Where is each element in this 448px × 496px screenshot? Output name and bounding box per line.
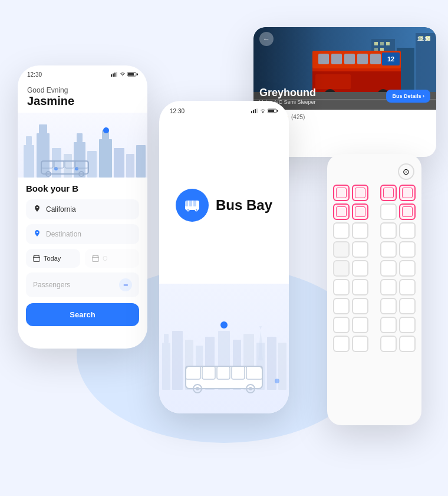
seat-row-6 — [333, 279, 416, 295]
seat-header: ⊙ — [327, 154, 421, 185]
seat-4d[interactable] — [399, 241, 416, 258]
seat-7c[interactable] — [380, 298, 397, 314]
svg-rect-19 — [126, 154, 134, 178]
seat-6a[interactable] — [333, 279, 350, 295]
svg-rect-31 — [34, 255, 40, 261]
bus-logo-icon — [183, 196, 202, 215]
seat-1a[interactable] — [333, 185, 350, 201]
to-placeholder: Destination — [46, 230, 81, 238]
svg-point-22 — [54, 167, 58, 170]
svg-rect-0 — [111, 74, 112, 77]
status-bar-top-right: 12:30 — [417, 36, 430, 42]
status-bar-center: 12:30 — [159, 101, 289, 117]
seat-4c[interactable] — [380, 241, 397, 258]
svg-rect-56 — [164, 334, 169, 343]
calendar-return-icon — [92, 255, 99, 262]
bus-details-button[interactable]: Bus Details › — [386, 90, 430, 103]
svg-rect-49 — [189, 201, 192, 206]
seat-6d[interactable] — [399, 279, 416, 295]
seat-8d[interactable] — [399, 317, 416, 333]
back-button[interactable]: ← — [259, 32, 274, 46]
seat-2d[interactable] — [399, 203, 416, 220]
svg-rect-40 — [253, 110, 254, 114]
seat-7a[interactable] — [333, 298, 350, 314]
svg-rect-20 — [136, 145, 146, 178]
seat-1c[interactable] — [380, 185, 397, 201]
battery-icon-center — [268, 109, 278, 113]
signal-icon — [111, 72, 118, 77]
city-illustration — [18, 113, 147, 178]
svg-rect-42 — [256, 109, 258, 113]
app-name: Bus Bay — [216, 197, 272, 213]
seat-1d[interactable] — [399, 185, 416, 201]
seat-3a[interactable] — [333, 222, 350, 239]
svg-rect-14 — [77, 133, 83, 142]
location-from-icon — [33, 205, 41, 213]
seat-1b[interactable] — [352, 185, 368, 201]
status-icons-center — [251, 108, 278, 114]
svg-rect-35 — [93, 255, 99, 261]
splash-content: Bus Bay — [159, 117, 289, 294]
svg-rect-100 — [370, 54, 381, 64]
seat-2b[interactable] — [352, 203, 368, 220]
seat-6c[interactable] — [380, 279, 397, 295]
seat-4b[interactable] — [352, 241, 368, 258]
signal-icon-center — [251, 109, 258, 113]
decrease-passengers-button[interactable]: − — [119, 278, 132, 291]
seat-4a[interactable] — [333, 241, 350, 258]
seat-9b[interactable] — [352, 336, 368, 352]
splash-illustration — [159, 284, 289, 413]
seat-9d[interactable] — [399, 336, 416, 352]
seat-3c[interactable] — [380, 222, 397, 239]
seat-2a[interactable] — [333, 203, 350, 220]
phone-booking: 12:30 Good E — [18, 65, 147, 349]
user-name: Jasmine — [18, 94, 147, 113]
logo-circle — [176, 189, 209, 222]
seat-3b[interactable] — [352, 222, 368, 239]
bus-bay-logo: Bus Bay — [176, 189, 272, 222]
wifi-icon-center — [260, 109, 266, 113]
seat-5a[interactable] — [333, 260, 350, 277]
svg-point-54 — [196, 209, 197, 211]
svg-rect-3 — [116, 72, 117, 77]
bus-name: Greyhound — [259, 87, 316, 99]
seat-5d[interactable] — [399, 260, 416, 277]
date-field[interactable]: Today — [26, 249, 80, 268]
svg-rect-39 — [251, 111, 252, 113]
seat-row-9 — [333, 336, 416, 352]
svg-rect-48 — [185, 201, 188, 206]
seat-7b[interactable] — [352, 298, 368, 314]
seat-8b[interactable] — [352, 317, 368, 333]
bus-image-section: 12 — [253, 27, 436, 110]
seat-row-7 — [333, 298, 416, 314]
seat-row-8 — [333, 317, 416, 333]
from-field[interactable]: California — [26, 199, 139, 219]
search-button[interactable]: Search — [26, 303, 139, 326]
seat-5c[interactable] — [380, 260, 397, 277]
seat-row-5 — [333, 260, 416, 277]
svg-point-81 — [196, 387, 199, 390]
svg-rect-2 — [114, 73, 116, 77]
book-title: Book your B — [26, 183, 139, 193]
return-field[interactable]: O — [85, 249, 139, 268]
main-scene: 12:30 Good E — [12, 18, 436, 478]
seat-8a[interactable] — [333, 317, 350, 333]
phone-splash: 12:30 — [159, 101, 289, 413]
seat-6b[interactable] — [352, 279, 368, 295]
to-field[interactable]: Destination — [26, 224, 139, 244]
svg-point-43 — [262, 112, 263, 113]
status-bar-left: 12:30 — [18, 65, 147, 80]
seat-9a[interactable] — [333, 336, 350, 352]
seat-5b[interactable] — [352, 260, 368, 277]
seat-2c[interactable] — [380, 203, 397, 220]
booking-section: Book your B California Destination — [18, 178, 147, 332]
seat-9c[interactable] — [380, 336, 397, 352]
greeting-text: Good Evning — [18, 80, 147, 94]
seat-3d[interactable] — [399, 222, 416, 239]
seat-8c[interactable] — [380, 317, 397, 333]
battery-icon — [127, 72, 138, 77]
svg-point-21 — [103, 127, 109, 133]
svg-rect-73 — [186, 366, 262, 389]
time-left: 12:30 — [27, 71, 42, 78]
seat-7d[interactable] — [399, 298, 416, 314]
